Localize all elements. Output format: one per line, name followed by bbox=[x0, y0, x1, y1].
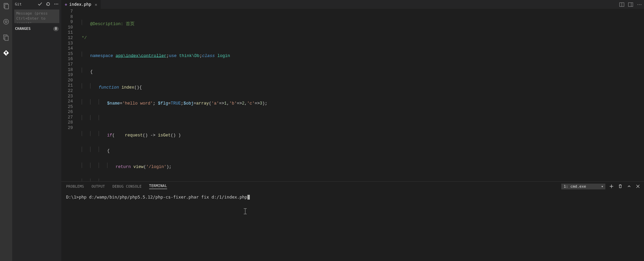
svg-point-15 bbox=[641, 4, 641, 5]
sidebar-header: Git bbox=[12, 0, 61, 8]
terminal-line: D:\1>php d:/wamp/bin/php/php5.5.12/php-c… bbox=[66, 194, 247, 200]
scm-icon[interactable] bbox=[2, 49, 10, 57]
close-panel-icon[interactable] bbox=[635, 184, 641, 189]
extensions-icon[interactable] bbox=[2, 18, 10, 26]
tab-problems[interactable]: PROBLEMS bbox=[66, 184, 84, 188]
svg-rect-5 bbox=[5, 36, 8, 40]
sidebar-scm: Git CHANGES 0 bbox=[12, 0, 61, 261]
layout-icon[interactable] bbox=[628, 2, 633, 7]
terminal-select[interactable]: 1: cmd.exe bbox=[561, 184, 605, 189]
tab-filename: index.php bbox=[69, 2, 91, 7]
code-content[interactable]: @Description: 首页 */ namespace app\index\… bbox=[78, 9, 644, 181]
changes-label: CHANGES bbox=[15, 26, 31, 31]
more-tab-icon[interactable] bbox=[637, 2, 642, 7]
terminal-body[interactable]: D:\1>php d:/wamp/bin/php/php5.5.12/php-c… bbox=[61, 191, 644, 261]
svg-point-13 bbox=[637, 4, 638, 5]
svg-point-7 bbox=[56, 4, 57, 4]
close-icon[interactable]: × bbox=[95, 2, 97, 7]
more-icon[interactable] bbox=[54, 2, 59, 6]
plus-icon[interactable] bbox=[609, 184, 614, 189]
activity-bar bbox=[0, 0, 12, 261]
svg-rect-11 bbox=[628, 2, 632, 6]
files2-icon[interactable] bbox=[2, 33, 10, 41]
main-area: ❖ index.php × 7 8 9 10 11 12 13 14 15 16… bbox=[61, 0, 644, 261]
svg-point-3 bbox=[5, 21, 7, 23]
refresh-icon[interactable] bbox=[46, 2, 51, 6]
tab-terminal[interactable]: TERMINAL bbox=[149, 184, 167, 189]
svg-point-8 bbox=[57, 4, 58, 4]
panel-tabs: PROBLEMS OUTPUT DEBUG CONSOLE TERMINAL 1… bbox=[61, 182, 644, 191]
tab-output[interactable]: OUTPUT bbox=[92, 184, 105, 188]
split-icon[interactable] bbox=[619, 2, 624, 7]
svg-point-2 bbox=[4, 19, 9, 24]
svg-point-6 bbox=[54, 4, 55, 4]
commit-message-input[interactable] bbox=[14, 10, 59, 23]
tab-index-php[interactable]: ❖ index.php × bbox=[61, 0, 101, 9]
php-icon: ❖ bbox=[65, 2, 67, 7]
line-number: 7 bbox=[61, 9, 73, 15]
check-icon[interactable] bbox=[38, 2, 42, 6]
changes-count-badge: 0 bbox=[53, 26, 59, 31]
tab-actions bbox=[619, 0, 642, 9]
trash-icon[interactable] bbox=[618, 184, 623, 189]
svg-point-14 bbox=[639, 4, 640, 5]
svg-rect-1 bbox=[5, 4, 8, 9]
maximize-icon[interactable] bbox=[626, 184, 632, 189]
line-gutter: 7 8 9 10 11 12 13 14 15 16 17 18 19 20 2… bbox=[61, 9, 78, 181]
changes-section[interactable]: CHANGES 0 bbox=[12, 25, 61, 33]
tab-debug-console[interactable]: DEBUG CONSOLE bbox=[113, 184, 142, 188]
files-icon[interactable] bbox=[2, 2, 10, 10]
sidebar-title: Git bbox=[15, 2, 22, 6]
text-caret-icon bbox=[245, 209, 245, 214]
code-editor[interactable]: 7 8 9 10 11 12 13 14 15 16 17 18 19 20 2… bbox=[61, 9, 644, 181]
bottom-panel: PROBLEMS OUTPUT DEBUG CONSOLE TERMINAL 1… bbox=[61, 181, 644, 261]
terminal-cursor bbox=[247, 195, 250, 200]
editor-tabs: ❖ index.php × bbox=[61, 0, 644, 9]
